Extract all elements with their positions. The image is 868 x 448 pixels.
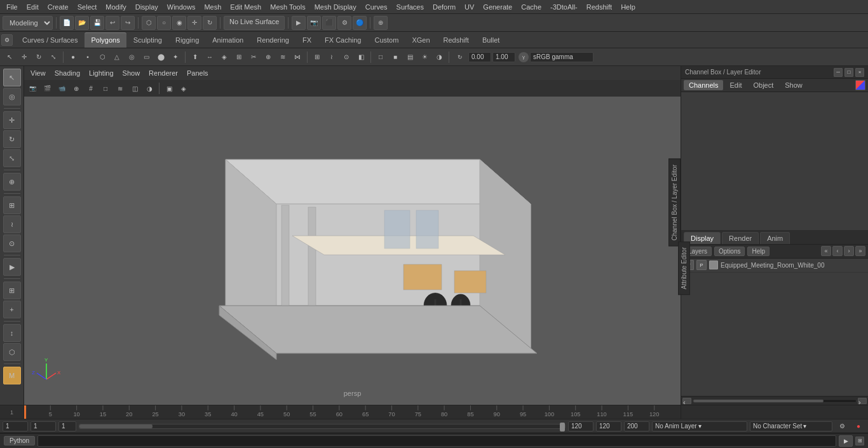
- render-btn[interactable]: ▶: [292, 16, 306, 30]
- menu-modify[interactable]: Modify: [102, 2, 130, 12]
- disp-tab-anim[interactable]: Anim: [760, 232, 790, 244]
- channel-box-vtab[interactable]: Channel Box / Layer Editor: [668, 159, 681, 247]
- menu-display[interactable]: Display: [132, 2, 162, 12]
- layer-scroll-thumb[interactable]: [693, 400, 824, 402]
- rotate-mode-btn[interactable]: ↻: [32, 50, 46, 64]
- range-end2-field[interactable]: 200: [624, 421, 649, 431]
- tab-rendering[interactable]: Rendering: [250, 32, 295, 48]
- node-editor-btn[interactable]: ⬡: [3, 343, 21, 361]
- cb-tab-edit[interactable]: Edit: [724, 80, 747, 90]
- universal-manip-btn[interactable]: ⊕: [3, 173, 21, 191]
- snap-to-point-left-btn[interactable]: ⊙: [3, 234, 21, 252]
- disp-tab-render[interactable]: Render: [722, 232, 759, 244]
- extrude-btn[interactable]: ⬆: [188, 50, 202, 64]
- history-btn[interactable]: ↕: [3, 324, 21, 342]
- range-slider-thumb[interactable]: [560, 423, 565, 431]
- layer-scrollbar[interactable]: ‹ ›: [681, 396, 868, 405]
- char-set-dropdown[interactable]: No Character Set ▾: [750, 421, 832, 431]
- anim-layer-dropdown[interactable]: No Anim Layer ▾: [652, 421, 747, 431]
- timeline[interactable]: 1 1 5 10 15 20 25 30 35 40 45 50: [0, 405, 868, 419]
- snap-curve-btn[interactable]: ≀: [325, 50, 339, 64]
- menu-uv[interactable]: UV: [461, 2, 478, 12]
- vp-menu-show[interactable]: Show: [119, 68, 144, 78]
- range-end-field[interactable]: 120: [568, 421, 593, 431]
- plus-btn[interactable]: +: [3, 301, 21, 318]
- camera-rotate-icon[interactable]: ↻: [453, 50, 467, 64]
- translate-mode-btn[interactable]: ✛: [17, 50, 31, 64]
- tab-fx-caching[interactable]: FX Caching: [318, 32, 367, 48]
- python-label-btn[interactable]: Python: [4, 436, 35, 445]
- viewport[interactable]: View Shading Lighting Show Renderer Pane…: [24, 66, 681, 405]
- plane-btn[interactable]: ▭: [139, 50, 153, 64]
- textured-btn[interactable]: ▤: [403, 50, 417, 64]
- snap-view-btn[interactable]: ◧: [354, 50, 368, 64]
- layer-arrow-double-left[interactable]: «: [821, 246, 831, 256]
- tab-animation[interactable]: Animation: [206, 32, 250, 48]
- vp-menu-shading[interactable]: Shading: [51, 68, 84, 78]
- vp-menu-renderer[interactable]: Renderer: [145, 68, 182, 78]
- sphere-btn[interactable]: ●: [66, 50, 80, 64]
- layer-scroll-left[interactable]: ‹: [682, 398, 691, 404]
- render-left-btn[interactable]: ▶: [3, 258, 21, 276]
- layer-arrow-right[interactable]: ›: [844, 246, 854, 256]
- vp-wireframe-btn[interactable]: □: [98, 81, 112, 95]
- vp-menu-lighting[interactable]: Lighting: [85, 68, 118, 78]
- layer-arrow-left[interactable]: ‹: [832, 246, 843, 256]
- merge-btn[interactable]: ⋈: [290, 50, 304, 64]
- menu-mesh-tools[interactable]: Mesh Tools: [266, 2, 309, 12]
- timeline-ruler[interactable]: 1 5 10 15 20 25 30 35 40 45 50 55 60: [24, 405, 681, 419]
- current-frame-field[interactable]: 1: [3, 421, 28, 431]
- cb-maximize-btn[interactable]: □: [844, 68, 853, 77]
- tab-custom[interactable]: Custom: [369, 32, 405, 48]
- select-mode-btn[interactable]: ↖: [3, 50, 17, 64]
- end-field[interactable]: 120: [596, 421, 621, 431]
- attribute-editor-vtab[interactable]: Attribute Editor: [678, 241, 690, 295]
- undo-btn[interactable]: ↩: [105, 16, 119, 30]
- autokey-btn[interactable]: ●: [851, 419, 865, 433]
- move-left-btn[interactable]: ✛: [3, 111, 21, 129]
- snap-to-grid-left-btn[interactable]: ⊞: [3, 196, 21, 214]
- cone-btn[interactable]: △: [110, 50, 124, 64]
- special-mesh-btn[interactable]: ✦: [168, 50, 182, 64]
- layer-row-0[interactable]: V P Equipped_Meeting_Room_White_00: [681, 259, 868, 273]
- vp-grid-btn[interactable]: #: [84, 81, 98, 95]
- vp-menu-panels[interactable]: Panels: [183, 68, 212, 78]
- menu-edit-mesh[interactable]: Edit Mesh: [226, 2, 265, 12]
- menu-surfaces[interactable]: Surfaces: [393, 2, 428, 12]
- menu-curves[interactable]: Curves: [362, 2, 391, 12]
- menu-select[interactable]: Select: [74, 2, 101, 12]
- bevel-btn[interactable]: ◈: [217, 50, 231, 64]
- cb-close-btn[interactable]: ×: [855, 68, 864, 77]
- vp-camera2-btn[interactable]: 📹: [55, 81, 69, 95]
- layer-scroll-track[interactable]: [693, 399, 857, 403]
- bridge-btn[interactable]: ↔: [203, 50, 217, 64]
- tab-bullet[interactable]: Bullet: [476, 32, 506, 48]
- layer-arrow-double-right[interactable]: »: [855, 246, 865, 256]
- menu-file[interactable]: File: [3, 2, 22, 12]
- tab-rigging[interactable]: Rigging: [169, 32, 205, 48]
- scale-left-btn[interactable]: ⤡: [3, 149, 21, 167]
- vp-film-btn[interactable]: 🎬: [40, 81, 54, 95]
- menu-edit[interactable]: Edit: [23, 2, 43, 12]
- tab-redshift[interactable]: Redshift: [437, 32, 475, 48]
- cb-tab-channels[interactable]: Channels: [684, 80, 723, 90]
- vp-menu-view[interactable]: View: [27, 68, 50, 78]
- lasso-tool-btn[interactable]: ○: [157, 16, 171, 30]
- range-slider[interactable]: [79, 424, 566, 429]
- menu-generate[interactable]: Generate: [479, 2, 516, 12]
- menu-help[interactable]: Help: [617, 2, 639, 12]
- cylinder-btn[interactable]: ⬡: [95, 50, 109, 64]
- rotate-tool-btn[interactable]: ↻: [203, 16, 217, 30]
- save-file-btn[interactable]: 💾: [90, 16, 104, 30]
- rotate-left-btn[interactable]: ↻: [3, 130, 21, 148]
- smooth-btn[interactable]: ≋: [276, 50, 290, 64]
- menu-mesh[interactable]: Mesh: [200, 2, 225, 12]
- add-remove-btn[interactable]: ⊞: [3, 282, 21, 299]
- wireframe-btn[interactable]: □: [374, 50, 388, 64]
- menu-cache[interactable]: Cache: [517, 2, 545, 12]
- shaded-btn[interactable]: ■: [388, 50, 402, 64]
- ipr-btn[interactable]: ⬛: [322, 16, 336, 30]
- multi-cut-btn[interactable]: ✂: [247, 50, 261, 64]
- insert-loop-btn[interactable]: ⊞: [232, 50, 246, 64]
- vp-markers-btn[interactable]: ⊕: [69, 81, 83, 95]
